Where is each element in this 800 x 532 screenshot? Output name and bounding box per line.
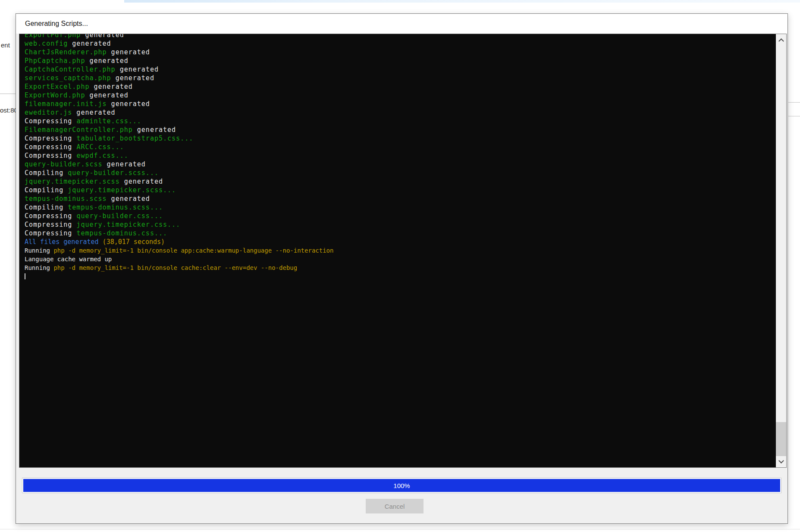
console-line: FilemanagerController.php generated xyxy=(25,125,776,134)
console-line: Compressing ARCC.css... xyxy=(25,143,776,151)
console-cursor xyxy=(25,273,25,279)
background-divider xyxy=(788,102,800,103)
console-line: eweditor.js generated xyxy=(25,108,776,117)
console-line: ExportPdf.php generated xyxy=(25,34,776,39)
console-line: Compressing adminlte.css... xyxy=(25,117,776,125)
console-line: query-builder.scss generated xyxy=(25,160,776,169)
console-line: Compressing jquery.timepicker.css... xyxy=(25,220,776,229)
console-line: web.config generated xyxy=(25,39,776,48)
console-scrollbar[interactable] xyxy=(776,34,786,467)
scrollbar-track[interactable] xyxy=(776,45,786,456)
progress-bar: 100% xyxy=(22,478,781,493)
background-text-fragment: ent xyxy=(1,41,10,49)
progress-label: 100% xyxy=(22,478,781,493)
console-line: PhpCaptcha.php generated xyxy=(25,56,776,65)
console-line: Compiling query-builder.scss... xyxy=(25,169,776,177)
chevron-up-icon xyxy=(778,38,784,44)
console-log: ExportPdf.php generatedweb.config genera… xyxy=(19,34,776,467)
dialog-header: Generating Scripts... xyxy=(16,14,787,34)
background-divider xyxy=(0,94,16,94)
scrollbar-up-button[interactable] xyxy=(776,34,786,45)
console-line: Running php -d memory_limit=-1 bin/conso… xyxy=(25,246,776,255)
scrollbar-down-button[interactable] xyxy=(776,456,786,467)
cancel-button[interactable]: Cancel xyxy=(366,499,424,513)
scrollbar-thumb[interactable] xyxy=(776,422,786,456)
console-line: ExportWord.php generated xyxy=(25,91,776,100)
console-line: Compressing tabulator_bootstrap5.css... xyxy=(25,134,776,143)
generating-scripts-dialog: Generating Scripts... ExportPdf.php gene… xyxy=(16,13,788,524)
console-line: ExportExcel.php generated xyxy=(25,82,776,91)
console-line: Compressing ewpdf.css... xyxy=(25,151,776,160)
console-line: All files generated (38,017 seconds) xyxy=(25,238,776,246)
console-line: Compiling tempus-dominus.scss... xyxy=(25,203,776,212)
console-line: Compressing query-builder.css... xyxy=(25,212,776,220)
background-divider xyxy=(788,116,800,116)
console-line: tempus-dominus.scss generated xyxy=(25,194,776,203)
console-line: Running php -d memory_limit=-1 bin/conso… xyxy=(25,263,776,272)
console-line xyxy=(25,272,776,281)
console-line: ChartJsRenderer.php generated xyxy=(25,48,776,56)
console-line: Language cache warmed up xyxy=(25,255,776,263)
background-highlight-strip xyxy=(124,0,800,3)
background-divider xyxy=(0,529,800,529)
dialog-title: Generating Scripts... xyxy=(25,20,88,28)
background-address-fragment: ost:80 xyxy=(0,106,18,114)
console-line: services_captcha.php generated xyxy=(25,74,776,82)
chevron-down-icon xyxy=(778,458,784,463)
console-line: Compressing tempus-dominus.css... xyxy=(25,229,776,238)
console-output[interactable]: ExportPdf.php generatedweb.config genera… xyxy=(19,34,787,468)
console-line: CaptchaController.php generated xyxy=(25,65,776,74)
desktop: { "colors": { "green": "#16a416", "white… xyxy=(0,0,800,532)
console-line: Compiling jquery.timepicker.scss... xyxy=(25,186,776,194)
console-line: filemanager.init.js generated xyxy=(25,100,776,108)
console-line: jquery.timepicker.scss generated xyxy=(25,177,776,186)
